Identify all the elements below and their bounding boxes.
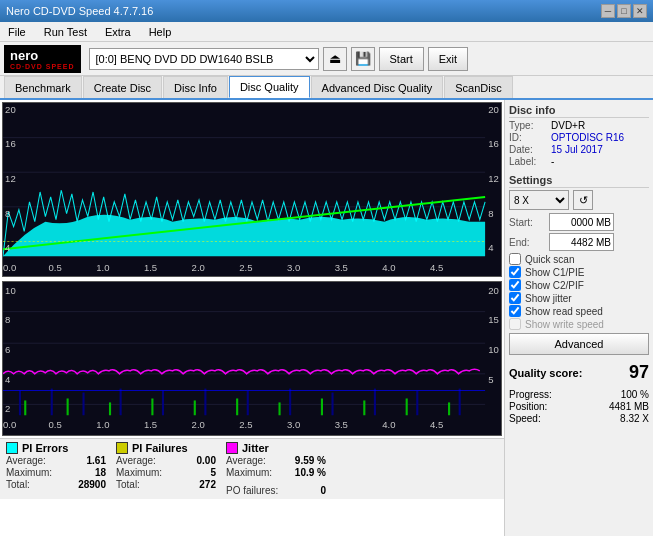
chart-jitter-svg: 10 8 6 4 2 20 15 10 5 0.0 0.5 1.0 1.5 2.… xyxy=(3,282,501,435)
info-date-val: 15 Jul 2017 xyxy=(551,144,603,155)
exit-button[interactable]: Exit xyxy=(428,47,468,71)
chart-pie: 20 16 12 8 4 20 16 12 8 4 0.0 0.5 1.0 1.… xyxy=(2,102,502,277)
show-c2pif-label: Show C2/PIF xyxy=(525,280,584,291)
minimize-button[interactable]: ─ xyxy=(601,4,615,18)
jitter-color xyxy=(226,442,238,454)
svg-text:3.5: 3.5 xyxy=(335,263,348,273)
svg-text:2.5: 2.5 xyxy=(239,263,252,273)
menu-file[interactable]: File xyxy=(4,24,30,40)
po-failures-label: PO failures: xyxy=(226,485,278,496)
save-button[interactable]: 💾 xyxy=(351,47,375,71)
quick-scan-checkbox[interactable] xyxy=(509,253,521,265)
svg-text:1.0: 1.0 xyxy=(96,263,109,273)
advanced-button[interactable]: Advanced xyxy=(509,333,649,355)
start-button[interactable]: Start xyxy=(379,47,424,71)
tab-scandisc[interactable]: ScanDisc xyxy=(444,76,512,98)
charts-area: 20 16 12 8 4 20 16 12 8 4 0.0 0.5 1.0 1.… xyxy=(0,100,505,536)
svg-text:4.0: 4.0 xyxy=(382,420,395,430)
menu-help[interactable]: Help xyxy=(145,24,176,40)
show-read-speed-checkbox[interactable] xyxy=(509,305,521,317)
pi-failures-color xyxy=(116,442,128,454)
svg-rect-38 xyxy=(247,391,249,416)
show-c1pie-checkbox[interactable] xyxy=(509,266,521,278)
svg-text:12: 12 xyxy=(5,174,16,184)
stat-pi-errors: PI Errors Average: 1.61 Maximum: 18 Tota… xyxy=(6,442,106,496)
end-mb-row: End: xyxy=(509,233,649,251)
svg-text:3.0: 3.0 xyxy=(287,420,300,430)
logo-nero: nero xyxy=(10,48,75,63)
quality-score-label: Quality score: xyxy=(509,367,582,379)
drive-select[interactable]: [0:0] BENQ DVD DD DW1640 BSLB xyxy=(89,48,319,70)
quality-score-value: 97 xyxy=(629,362,649,383)
app-title: Nero CD-DVD Speed 4.7.7.16 xyxy=(6,5,153,17)
progress-row: Progress: 100 % xyxy=(509,389,649,400)
pi-failures-total-value: 272 xyxy=(199,479,216,490)
side-panel: Disc info Type: DVD+R ID: OPTODISC R16 D… xyxy=(505,100,653,536)
pi-failures-max-label: Maximum: xyxy=(116,467,162,478)
info-date-row: Date: 15 Jul 2017 xyxy=(509,144,649,155)
tab-bar: Benchmark Create Disc Disc Info Disc Qua… xyxy=(0,76,653,100)
chart-jitter: 10 8 6 4 2 20 15 10 5 0.0 0.5 1.0 1.5 2.… xyxy=(2,281,502,436)
svg-text:0.0: 0.0 xyxy=(3,420,16,430)
svg-text:8: 8 xyxy=(5,316,10,326)
tab-disc-quality[interactable]: Disc Quality xyxy=(229,76,310,98)
eject-button[interactable]: ⏏ xyxy=(323,47,347,71)
position-value: 4481 MB xyxy=(609,401,649,412)
info-type-row: Type: DVD+R xyxy=(509,120,649,131)
svg-rect-41 xyxy=(374,389,376,416)
menu-extra[interactable]: Extra xyxy=(101,24,135,40)
svg-text:2.5: 2.5 xyxy=(239,420,252,430)
info-id-val: OPTODISC R16 xyxy=(551,132,624,143)
svg-rect-49 xyxy=(236,398,238,415)
tab-create-disc[interactable]: Create Disc xyxy=(83,76,162,98)
svg-text:20: 20 xyxy=(488,105,499,115)
logo-sub: CD·DVD SPEED xyxy=(10,63,75,70)
svg-text:15: 15 xyxy=(488,316,499,326)
checkbox-write-speed: Show write speed xyxy=(509,318,649,330)
jitter-max-value: 10.9 % xyxy=(295,467,326,478)
position-row: Position: 4481 MB xyxy=(509,401,649,412)
tab-advanced-disc-quality[interactable]: Advanced Disc Quality xyxy=(311,76,444,98)
close-button[interactable]: ✕ xyxy=(633,4,647,18)
settings-section: Settings 8 X 4 X 12 X 16 X ↺ Start: End: xyxy=(509,174,649,355)
svg-text:8: 8 xyxy=(5,209,10,219)
end-label: End: xyxy=(509,237,545,248)
svg-rect-37 xyxy=(204,389,206,416)
info-label-val: - xyxy=(551,156,554,167)
svg-text:4.5: 4.5 xyxy=(430,420,443,430)
info-label-row: Label: - xyxy=(509,156,649,167)
tab-disc-info[interactable]: Disc Info xyxy=(163,76,228,98)
checkbox-quick-scan: Quick scan xyxy=(509,253,649,265)
disc-info-section: Disc info Type: DVD+R ID: OPTODISC R16 D… xyxy=(509,104,649,168)
svg-rect-45 xyxy=(67,398,69,415)
tab-benchmark[interactable]: Benchmark xyxy=(4,76,82,98)
show-c1pie-label: Show C1/PIE xyxy=(525,267,584,278)
show-write-speed-label: Show write speed xyxy=(525,319,604,330)
window-controls[interactable]: ─ □ ✕ xyxy=(601,4,647,18)
chart-pie-svg: 20 16 12 8 4 20 16 12 8 4 0.0 0.5 1.0 1.… xyxy=(3,103,501,276)
svg-rect-32 xyxy=(19,391,21,416)
end-input[interactable] xyxy=(549,233,614,251)
pi-errors-max-value: 18 xyxy=(95,467,106,478)
speed-icon-button[interactable]: ↺ xyxy=(573,190,593,210)
svg-rect-53 xyxy=(406,398,408,415)
maximize-button[interactable]: □ xyxy=(617,4,631,18)
svg-text:2.0: 2.0 xyxy=(192,420,205,430)
show-jitter-checkbox[interactable] xyxy=(509,292,521,304)
info-date-key: Date: xyxy=(509,144,547,155)
speed-select[interactable]: 8 X 4 X 12 X 16 X xyxy=(509,190,569,210)
svg-text:16: 16 xyxy=(5,140,16,150)
pi-errors-label: PI Errors xyxy=(22,442,68,454)
menu-run-test[interactable]: Run Test xyxy=(40,24,91,40)
show-c2pif-checkbox[interactable] xyxy=(509,279,521,291)
svg-rect-36 xyxy=(162,391,164,416)
svg-text:3.0: 3.0 xyxy=(287,263,300,273)
svg-rect-52 xyxy=(363,400,365,415)
svg-text:1.0: 1.0 xyxy=(96,420,109,430)
speed-row: 8 X 4 X 12 X 16 X ↺ xyxy=(509,190,649,210)
svg-text:4: 4 xyxy=(5,375,10,385)
start-input[interactable] xyxy=(549,213,614,231)
svg-rect-44 xyxy=(24,400,26,415)
svg-text:3.5: 3.5 xyxy=(335,420,348,430)
show-jitter-label: Show jitter xyxy=(525,293,572,304)
